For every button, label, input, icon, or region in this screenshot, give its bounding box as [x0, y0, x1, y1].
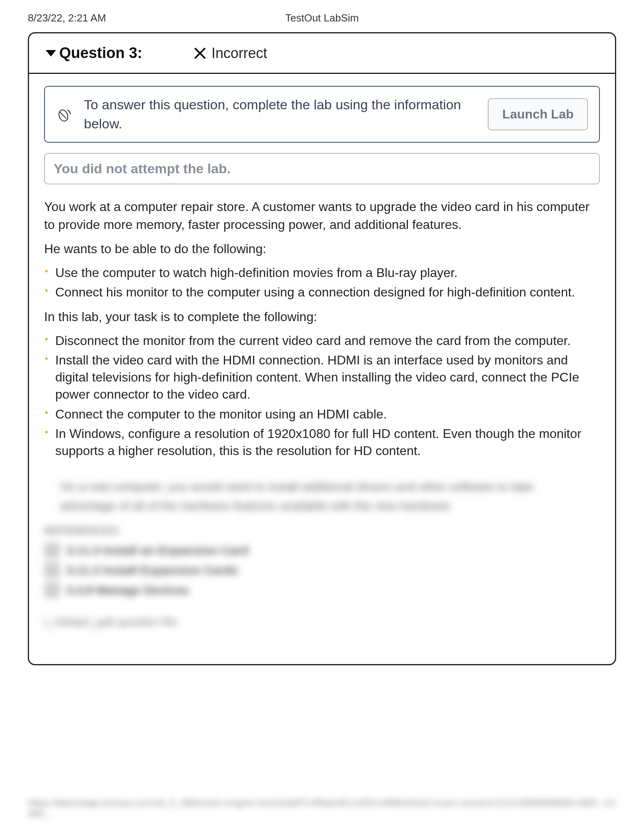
caret-down-icon [46, 50, 56, 56]
question-file: t_mbelp3_pp6.question.fbx [44, 616, 600, 628]
reference-text: 4.3.8 Manage Devices [66, 583, 189, 597]
references-title: REFERENCES [44, 525, 600, 537]
footer-page: 1/1 [603, 797, 616, 819]
blur-note-line2: advantage of all of the hardware feature… [60, 498, 600, 514]
reference-text: 3.11.3 Install an Expansion Card [66, 544, 249, 557]
list-item: Connect his monitor to the computer usin… [55, 284, 600, 301]
app-title: TestOut LabSim [0, 12, 644, 24]
list-item: Install the video card with the HDMI con… [55, 352, 600, 403]
print-header: 8/23/22, 2:21 AM TestOut LabSim . [28, 12, 616, 24]
intro-paragraph: You work at a computer repair store. A c… [44, 198, 600, 234]
list-item: Connect the computer to the monitor usin… [55, 406, 600, 423]
svg-line-1 [60, 110, 66, 120]
lab-attempt-warning: You did not attempt the lab. [44, 153, 600, 184]
reference-row[interactable]: 3.11.4 Install Expansion Cards [44, 562, 600, 578]
reference-row[interactable]: 3.11.3 Install an Expansion Card [44, 542, 600, 558]
hand-icon [44, 582, 60, 598]
print-footer: https://labsimapp.testout.com/v6_0_486/e… [28, 797, 616, 819]
question-content: You work at a computer repair store. A c… [44, 198, 600, 459]
lab-info-box: To answer this question, complete the la… [44, 86, 600, 143]
question-status: Incorrect [194, 45, 267, 62]
reference-row[interactable]: 4.3.8 Manage Devices [44, 582, 600, 598]
hand-icon [44, 562, 60, 578]
launch-lab-button[interactable]: Launch Lab [488, 98, 588, 130]
lab-attempt-warning-text: You did not attempt the lab. [54, 161, 590, 176]
footer-url: https://labsimapp.testout.com/v6_0_486/e… [28, 797, 603, 819]
wants-paragraph: He wants to be able to do the following: [44, 240, 600, 258]
list-item: Disconnect the monitor from the current … [55, 332, 600, 349]
doc-icon [44, 542, 60, 558]
mouse-icon [56, 106, 73, 123]
wants-list: Use the computer to watch high-definitio… [44, 264, 600, 301]
task-intro-paragraph: In this lab, your task is to complete th… [44, 308, 600, 326]
blur-note-line1: On a real computer, you would need to in… [60, 478, 600, 495]
question-title-text: Question 3: [59, 45, 142, 62]
list-item: In Windows, configure a resolution of 19… [55, 425, 600, 459]
question-header[interactable]: Question 3: Incorrect [29, 33, 615, 74]
lab-info-text: To answer this question, complete the la… [84, 95, 477, 133]
blurred-section: On a real computer, you would need to in… [44, 467, 600, 648]
question-status-text: Incorrect [211, 45, 267, 62]
question-title[interactable]: Question 3: [46, 45, 142, 62]
question-card: Question 3: Incorrect To answer this que… [28, 32, 616, 665]
task-list: Disconnect the monitor from the current … [44, 332, 600, 459]
reference-text: 3.11.4 Install Expansion Cards [66, 564, 238, 577]
close-icon [194, 47, 206, 59]
list-item: Use the computer to watch high-definitio… [55, 264, 600, 281]
